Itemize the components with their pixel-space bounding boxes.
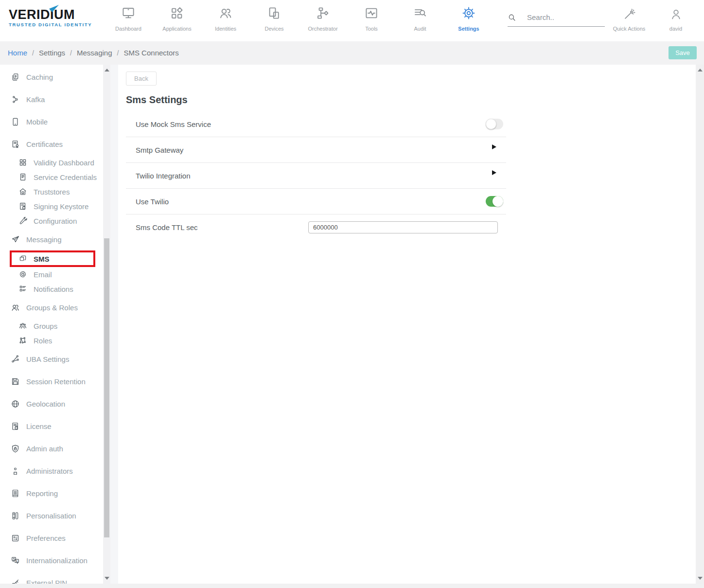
sidebar-item-label: Validity Dashboard <box>34 159 94 167</box>
devices-icon <box>267 6 282 20</box>
breadcrumb-settings[interactable]: Settings <box>39 49 65 57</box>
search-box <box>508 13 605 27</box>
sidebar-item-certificates[interactable]: Certificates <box>0 133 103 155</box>
sidebar-item-personalisation[interactable]: Personalisation <box>0 504 103 527</box>
admin-auth-icon <box>11 444 20 453</box>
sidebar-item-admin-auth[interactable]: Admin auth <box>0 437 103 460</box>
search-input[interactable] <box>526 13 601 22</box>
page-scrollbar[interactable] <box>696 65 704 584</box>
expand-arrow-icon[interactable] <box>492 170 496 175</box>
page-scroll-down-icon[interactable] <box>698 577 703 580</box>
setting-row-smtp-gateway[interactable]: Smtp Gateway <box>126 137 506 163</box>
breadcrumb-separator: / <box>32 49 34 57</box>
sidebar-scroll-up-icon[interactable] <box>105 69 109 71</box>
sidebar-item-uba-settings[interactable]: UBA Settings <box>0 348 103 370</box>
dashboard-icon <box>121 6 136 20</box>
sidebar-item-mobile[interactable]: Mobile <box>0 110 103 133</box>
sidebar-item-groups-roles[interactable]: Groups & Roles <box>0 296 103 319</box>
internationalization-icon: A <box>11 556 20 565</box>
sidebar-item-caching[interactable]: Caching <box>0 66 103 88</box>
quick-actions-label: Quick Actions <box>607 26 651 32</box>
sidebar-item-label: Internationalization <box>26 556 88 565</box>
settings-rows: Use Mock Sms Service Smtp Gateway Twilio… <box>126 111 506 240</box>
sidebar-item-label: Reporting <box>26 489 58 498</box>
page-scroll-up-icon[interactable] <box>698 69 703 71</box>
sidebar-item-validity-dashboard[interactable]: Validity Dashboard <box>0 155 103 170</box>
caching-icon <box>11 72 20 82</box>
preferences-icon <box>11 534 20 543</box>
sidebar-item-label: Certificates <box>26 140 63 148</box>
sidebar-item-geolocation[interactable]: Geolocation <box>0 392 103 415</box>
sidebar-item-signing-keystore[interactable]: Signing Keystore <box>0 199 103 214</box>
user-icon <box>669 8 683 21</box>
breadcrumb-messaging[interactable]: Messaging <box>77 49 112 57</box>
sidebar-item-label: Configuration <box>34 217 77 225</box>
sidebar-item-notifications[interactable]: Notifications <box>0 282 103 296</box>
sidebar-scroll-down-icon[interactable] <box>105 577 109 580</box>
nav-item-dashboard[interactable]: Dashboard <box>104 6 153 32</box>
save-button[interactable]: Save <box>669 46 697 59</box>
sidebar-item-label: Kafka <box>26 95 45 104</box>
nav-item-applications[interactable]: Applications <box>153 6 201 32</box>
nav-item-orchestrator[interactable]: Orchestrator <box>299 6 347 32</box>
sidebar-item-truststores[interactable]: Truststores <box>0 184 103 199</box>
breadcrumb-bar: Home/Settings/Messaging/SMS Connectors S… <box>0 41 704 65</box>
sidebar-item-preferences[interactable]: Preferences <box>0 527 103 549</box>
sidebar-item-configuration[interactable]: Configuration <box>0 214 103 228</box>
sidebar-item-external-pin[interactable]: External PIN <box>0 571 103 584</box>
brand-logo[interactable]: VERIDIUM TRUSTED DIGITAL IDENTITY <box>9 8 100 27</box>
sidebar-item-roles[interactable]: Roles <box>0 333 103 348</box>
breadcrumb-separator: / <box>117 49 119 57</box>
tools-icon <box>364 6 379 20</box>
sidebar-item-label: Groups <box>34 322 57 330</box>
expand-arrow-icon[interactable] <box>492 144 496 149</box>
sidebar-item-kafka[interactable]: Kafka <box>0 88 103 110</box>
personalisation-icon <box>11 511 20 520</box>
top-header: VERIDIUM TRUSTED DIGITAL IDENTITY Dashbo… <box>0 0 704 41</box>
sidebar-item-label: UBA Settings <box>26 355 69 363</box>
mobile-icon <box>11 117 20 126</box>
sidebar-scrollbar[interactable] <box>103 65 110 584</box>
top-nav: DashboardApplicationsIdentitiesDevicesOr… <box>104 6 493 32</box>
setting-label: Twilio Integration <box>136 172 191 180</box>
sms-code-ttl-input[interactable] <box>308 221 498 233</box>
sidebar-item-internationalization[interactable]: AInternationalization <box>0 549 103 571</box>
setting-row-use-twilio: Use Twilio <box>126 189 506 214</box>
nav-item-tools[interactable]: Tools <box>347 6 396 32</box>
sidebar-scrollbar-thumb[interactable] <box>104 238 109 537</box>
back-button[interactable]: Back <box>126 71 157 86</box>
sidebar-item-service-credentials[interactable]: Service Credentials <box>0 170 103 184</box>
breadcrumb-home[interactable]: Home <box>8 49 27 57</box>
nav-item-settings[interactable]: Settings <box>444 6 493 32</box>
nav-item-devices[interactable]: Devices <box>250 6 299 32</box>
nav-item-label: Devices <box>250 26 299 32</box>
use-mock-sms-toggle[interactable] <box>486 119 503 129</box>
brand-tagline: TRUSTED DIGITAL IDENTITY <box>9 22 100 27</box>
use-twilio-toggle[interactable] <box>486 196 503 207</box>
roles-icon <box>18 336 27 345</box>
sidebar-item-label: External PIN <box>26 579 67 584</box>
sidebar-item-session-retention[interactable]: Session Retention <box>0 370 103 392</box>
sidebar-item-email[interactable]: Email <box>0 267 103 282</box>
sidebar-item-license[interactable]: License <box>0 415 103 437</box>
sidebar-item-label: Session Retention <box>26 377 86 386</box>
sidebar-item-label: Notifications <box>34 285 73 293</box>
truststores-icon <box>18 187 27 196</box>
content-area: CachingKafkaMobileCertificatesValidity D… <box>0 65 704 584</box>
quick-actions-button[interactable]: Quick Actions <box>607 8 651 32</box>
brand-check-icon <box>48 4 60 16</box>
user-menu[interactable]: david <box>653 8 698 32</box>
search-icon[interactable] <box>508 13 516 22</box>
setting-row-twilio-integration[interactable]: Twilio Integration <box>126 163 506 189</box>
sidebar-item-reporting[interactable]: Reporting <box>0 482 103 504</box>
nav-item-label: Dashboard <box>104 26 153 32</box>
sidebar-item-administrators[interactable]: Administrators <box>0 460 103 482</box>
orchestrator-icon <box>316 6 330 20</box>
sidebar-item-messaging[interactable]: Messaging <box>0 228 103 250</box>
nav-item-identities[interactable]: Identities <box>201 6 250 32</box>
page-title: Sms Settings <box>126 94 696 106</box>
nav-item-audit[interactable]: Audit <box>396 6 444 32</box>
breadcrumb-separator: / <box>70 49 72 57</box>
sidebar-item-sms[interactable]: SMS <box>10 250 95 267</box>
sidebar-item-groups[interactable]: Groups <box>0 319 103 333</box>
